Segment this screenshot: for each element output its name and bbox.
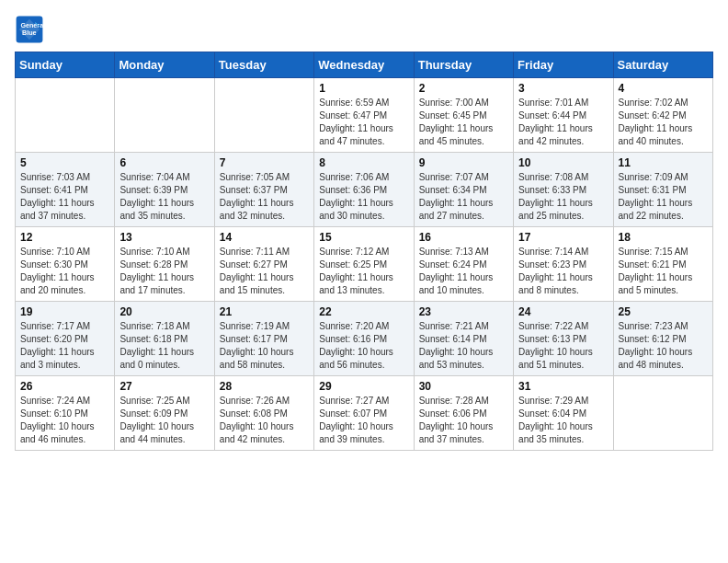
day-info: Sunrise: 7:22 AMSunset: 6:13 PMDaylight:… bbox=[518, 320, 608, 372]
day-number: 25 bbox=[619, 305, 708, 318]
calendar-cell: 14Sunrise: 7:11 AMSunset: 6:27 PMDayligh… bbox=[214, 227, 313, 302]
day-number: 1 bbox=[319, 82, 408, 95]
calendar-cell: 30Sunrise: 7:28 AMSunset: 6:06 PMDayligh… bbox=[414, 376, 513, 451]
calendar-cell bbox=[214, 78, 313, 153]
day-number: 28 bbox=[220, 380, 309, 393]
day-number: 18 bbox=[619, 231, 708, 244]
calendar-cell: 25Sunrise: 7:23 AMSunset: 6:12 PMDayligh… bbox=[613, 302, 712, 376]
calendar-cell: 4Sunrise: 7:02 AMSunset: 6:42 PMDaylight… bbox=[613, 78, 712, 153]
weekday-header: Wednesday bbox=[314, 52, 414, 78]
weekday-header: Saturday bbox=[613, 52, 712, 78]
calendar-cell: 9Sunrise: 7:07 AMSunset: 6:34 PMDaylight… bbox=[414, 153, 513, 227]
svg-text:Blue: Blue bbox=[22, 29, 37, 37]
day-info: Sunrise: 7:28 AMSunset: 6:06 PMDaylight:… bbox=[419, 395, 508, 446]
calendar-cell: 8Sunrise: 7:06 AMSunset: 6:36 PMDaylight… bbox=[314, 153, 414, 227]
day-number: 17 bbox=[518, 231, 608, 244]
calendar-cell: 28Sunrise: 7:26 AMSunset: 6:08 PMDayligh… bbox=[214, 376, 313, 451]
calendar-cell: 27Sunrise: 7:25 AMSunset: 6:09 PMDayligh… bbox=[115, 376, 214, 451]
day-number: 9 bbox=[419, 156, 508, 169]
calendar-week-row: 19Sunrise: 7:17 AMSunset: 6:20 PMDayligh… bbox=[16, 302, 713, 376]
day-number: 30 bbox=[419, 380, 508, 393]
calendar-cell: 11Sunrise: 7:09 AMSunset: 6:31 PMDayligh… bbox=[613, 153, 712, 227]
day-number: 27 bbox=[119, 380, 209, 393]
day-number: 12 bbox=[20, 231, 109, 244]
page-container: General Blue SundayMondayTuesdayWednesda… bbox=[0, 0, 728, 460]
day-info: Sunrise: 7:23 AMSunset: 6:12 PMDaylight:… bbox=[619, 320, 708, 372]
day-info: Sunrise: 7:10 AMSunset: 6:28 PMDaylight:… bbox=[119, 246, 209, 297]
day-info: Sunrise: 6:59 AMSunset: 6:47 PMDaylight:… bbox=[319, 97, 408, 148]
day-number: 19 bbox=[20, 305, 109, 318]
weekday-header: Monday bbox=[115, 52, 214, 78]
day-info: Sunrise: 7:21 AMSunset: 6:14 PMDaylight:… bbox=[419, 320, 508, 372]
day-info: Sunrise: 7:19 AMSunset: 6:17 PMDaylight:… bbox=[220, 320, 309, 372]
calendar-cell: 22Sunrise: 7:20 AMSunset: 6:16 PMDayligh… bbox=[314, 302, 414, 376]
weekday-header: Tuesday bbox=[214, 52, 313, 78]
day-number: 16 bbox=[419, 231, 508, 244]
day-number: 7 bbox=[220, 156, 309, 169]
day-info: Sunrise: 7:18 AMSunset: 6:18 PMDaylight:… bbox=[119, 320, 209, 372]
calendar-cell: 20Sunrise: 7:18 AMSunset: 6:18 PMDayligh… bbox=[115, 302, 214, 376]
header: General Blue bbox=[15, 15, 713, 44]
weekday-header-row: SundayMondayTuesdayWednesdayThursdayFrid… bbox=[16, 52, 713, 78]
day-number: 26 bbox=[20, 380, 109, 393]
calendar-cell: 19Sunrise: 7:17 AMSunset: 6:20 PMDayligh… bbox=[16, 302, 115, 376]
day-number: 4 bbox=[619, 82, 708, 95]
calendar-cell: 5Sunrise: 7:03 AMSunset: 6:41 PMDaylight… bbox=[16, 153, 115, 227]
day-info: Sunrise: 7:03 AMSunset: 6:41 PMDaylight:… bbox=[20, 171, 109, 223]
day-info: Sunrise: 7:12 AMSunset: 6:25 PMDaylight:… bbox=[319, 246, 408, 297]
day-info: Sunrise: 7:09 AMSunset: 6:31 PMDaylight:… bbox=[619, 171, 708, 223]
day-number: 24 bbox=[518, 305, 608, 318]
day-number: 23 bbox=[419, 305, 508, 318]
day-info: Sunrise: 7:26 AMSunset: 6:08 PMDaylight:… bbox=[220, 395, 309, 446]
day-info: Sunrise: 7:17 AMSunset: 6:20 PMDaylight:… bbox=[20, 320, 109, 372]
calendar-cell: 15Sunrise: 7:12 AMSunset: 6:25 PMDayligh… bbox=[314, 227, 414, 302]
calendar-cell: 6Sunrise: 7:04 AMSunset: 6:39 PMDaylight… bbox=[115, 153, 214, 227]
day-info: Sunrise: 7:08 AMSunset: 6:33 PMDaylight:… bbox=[518, 171, 608, 223]
calendar-cell: 18Sunrise: 7:15 AMSunset: 6:21 PMDayligh… bbox=[613, 227, 712, 302]
weekday-header: Friday bbox=[514, 52, 613, 78]
logo-icon: General Blue bbox=[15, 15, 44, 44]
day-number: 5 bbox=[20, 156, 109, 169]
day-number: 31 bbox=[518, 380, 608, 393]
calendar-cell: 29Sunrise: 7:27 AMSunset: 6:07 PMDayligh… bbox=[314, 376, 414, 451]
calendar-cell: 10Sunrise: 7:08 AMSunset: 6:33 PMDayligh… bbox=[514, 153, 613, 227]
day-number: 10 bbox=[518, 156, 608, 169]
day-number: 22 bbox=[319, 305, 408, 318]
day-info: Sunrise: 7:15 AMSunset: 6:21 PMDaylight:… bbox=[619, 246, 708, 297]
day-info: Sunrise: 7:10 AMSunset: 6:30 PMDaylight:… bbox=[20, 246, 109, 297]
day-info: Sunrise: 7:24 AMSunset: 6:10 PMDaylight:… bbox=[20, 395, 109, 446]
day-info: Sunrise: 7:14 AMSunset: 6:23 PMDaylight:… bbox=[518, 246, 608, 297]
day-info: Sunrise: 7:20 AMSunset: 6:16 PMDaylight:… bbox=[319, 320, 408, 372]
day-info: Sunrise: 7:05 AMSunset: 6:37 PMDaylight:… bbox=[220, 171, 309, 223]
day-number: 6 bbox=[119, 156, 209, 169]
day-info: Sunrise: 7:07 AMSunset: 6:34 PMDaylight:… bbox=[419, 171, 508, 223]
day-number: 20 bbox=[119, 305, 209, 318]
day-number: 14 bbox=[220, 231, 309, 244]
calendar-cell: 3Sunrise: 7:01 AMSunset: 6:44 PMDaylight… bbox=[514, 78, 613, 153]
calendar-table: SundayMondayTuesdayWednesdayThursdayFrid… bbox=[15, 52, 713, 451]
calendar-week-row: 12Sunrise: 7:10 AMSunset: 6:30 PMDayligh… bbox=[16, 227, 713, 302]
calendar-cell: 2Sunrise: 7:00 AMSunset: 6:45 PMDaylight… bbox=[414, 78, 513, 153]
calendar-cell: 24Sunrise: 7:22 AMSunset: 6:13 PMDayligh… bbox=[514, 302, 613, 376]
logo-area: General Blue bbox=[15, 15, 48, 44]
day-number: 21 bbox=[220, 305, 309, 318]
day-number: 8 bbox=[319, 156, 408, 169]
calendar-cell: 1Sunrise: 6:59 AMSunset: 6:47 PMDaylight… bbox=[314, 78, 414, 153]
calendar-cell: 16Sunrise: 7:13 AMSunset: 6:24 PMDayligh… bbox=[414, 227, 513, 302]
day-info: Sunrise: 7:29 AMSunset: 6:04 PMDaylight:… bbox=[518, 395, 608, 446]
day-info: Sunrise: 7:01 AMSunset: 6:44 PMDaylight:… bbox=[518, 97, 608, 148]
day-number: 13 bbox=[119, 231, 209, 244]
calendar-cell: 31Sunrise: 7:29 AMSunset: 6:04 PMDayligh… bbox=[514, 376, 613, 451]
calendar-cell bbox=[16, 78, 115, 153]
day-number: 2 bbox=[419, 82, 508, 95]
weekday-header: Thursday bbox=[414, 52, 513, 78]
day-info: Sunrise: 7:13 AMSunset: 6:24 PMDaylight:… bbox=[419, 246, 508, 297]
day-info: Sunrise: 7:06 AMSunset: 6:36 PMDaylight:… bbox=[319, 171, 408, 223]
day-number: 29 bbox=[319, 380, 408, 393]
calendar-cell bbox=[613, 376, 712, 451]
calendar-cell: 23Sunrise: 7:21 AMSunset: 6:14 PMDayligh… bbox=[414, 302, 513, 376]
day-number: 3 bbox=[518, 82, 608, 95]
calendar-cell: 7Sunrise: 7:05 AMSunset: 6:37 PMDaylight… bbox=[214, 153, 313, 227]
day-info: Sunrise: 7:11 AMSunset: 6:27 PMDaylight:… bbox=[220, 246, 309, 297]
day-number: 15 bbox=[319, 231, 408, 244]
